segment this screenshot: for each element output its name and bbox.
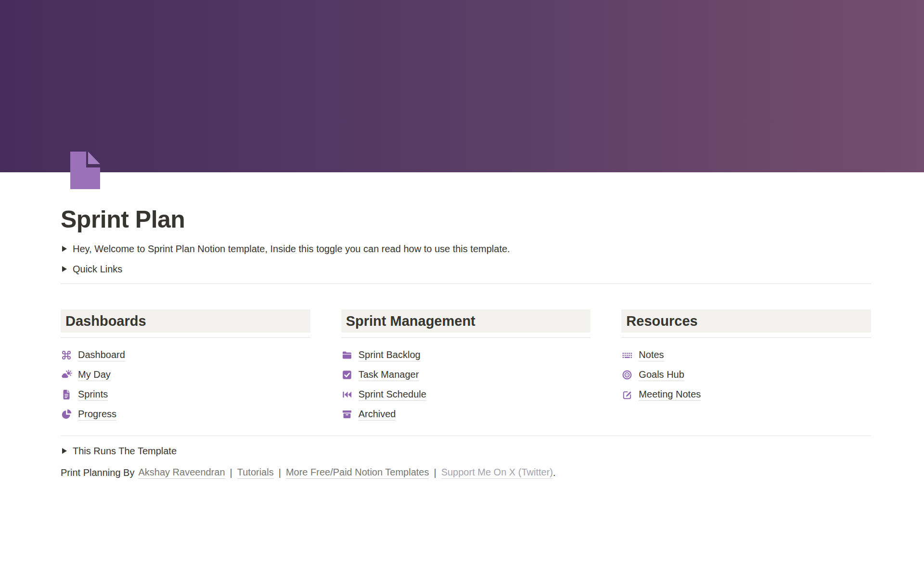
link-label[interactable]: Sprint Schedule xyxy=(359,388,426,401)
divider xyxy=(61,436,871,436)
column-heading: Dashboards xyxy=(61,309,310,333)
checkbox-icon xyxy=(341,369,353,381)
page-content: Sprint Plan Hey, Welcome to Sprint Plan … xyxy=(61,205,871,482)
column-heading-label: Resources xyxy=(626,313,697,329)
command-icon xyxy=(61,349,72,361)
link-sprints[interactable]: Sprints xyxy=(61,385,310,404)
link-archived[interactable]: Archived xyxy=(341,404,591,424)
link-label[interactable]: Meeting Notes xyxy=(639,388,701,401)
separator: | xyxy=(230,467,232,478)
link-label[interactable]: Notes xyxy=(639,349,664,361)
page-document-icon[interactable] xyxy=(70,152,100,189)
link-sprint-backlog[interactable]: Sprint Backlog xyxy=(341,345,591,365)
folder-icon xyxy=(341,349,353,361)
link-dashboard[interactable]: Dashboard xyxy=(61,345,310,365)
toggle-triangle-icon[interactable] xyxy=(62,448,67,454)
link-sprint-schedule[interactable]: Sprint Schedule xyxy=(341,385,591,404)
separator: | xyxy=(434,467,436,478)
column-heading: Sprint Management xyxy=(341,309,591,333)
link-label[interactable]: Dashboard xyxy=(78,349,125,361)
link-my-day[interactable]: My Day xyxy=(61,365,310,385)
link-label[interactable]: Progress xyxy=(78,408,116,421)
credit-prefix: Print Planning By xyxy=(61,467,134,478)
link-list: Sprint Backlog Task Manager xyxy=(341,345,591,424)
link-notes[interactable]: Notes xyxy=(621,345,871,365)
column-dashboards: Dashboards Dashboard xyxy=(61,309,310,424)
divider xyxy=(621,337,871,338)
toggle-runs-template-label: This Runs The Template xyxy=(73,446,177,457)
credit-link-author[interactable]: Akshay Raveendran xyxy=(138,467,225,479)
compose-icon xyxy=(621,389,633,400)
toggle-quick-links-label: Quick Links xyxy=(73,264,122,275)
link-meeting-notes[interactable]: Meeting Notes xyxy=(621,385,871,404)
toggle-welcome[interactable]: Hey, Welcome to Sprint Plan Notion templ… xyxy=(61,239,871,259)
column-heading-label: Dashboards xyxy=(65,313,146,329)
sun-cloud-icon xyxy=(61,369,72,381)
link-list: Dashboard xyxy=(61,345,310,424)
archive-icon xyxy=(341,409,353,420)
link-label[interactable]: My Day xyxy=(78,369,111,381)
link-progress[interactable]: Progress xyxy=(61,404,310,424)
toggle-quick-links[interactable]: Quick Links xyxy=(61,259,871,279)
link-label[interactable]: Sprint Backlog xyxy=(359,349,421,361)
separator: | xyxy=(279,467,281,478)
column-heading: Resources xyxy=(621,309,871,333)
link-task-manager[interactable]: Task Manager xyxy=(341,365,591,385)
credit-link-twitter[interactable]: Support Me On X (Twitter) xyxy=(441,467,553,479)
link-goals-hub[interactable]: Goals Hub xyxy=(621,365,871,385)
divider xyxy=(61,283,871,284)
toggle-triangle-icon[interactable] xyxy=(62,246,67,252)
page-icon-fold xyxy=(88,152,100,164)
credit-line: Print Planning By Akshay Raveendran | Tu… xyxy=(61,463,871,482)
toggle-triangle-icon[interactable] xyxy=(62,266,67,272)
document-icon xyxy=(61,389,72,400)
credit-link-tutorials[interactable]: Tutorials xyxy=(237,467,274,479)
toggle-welcome-label: Hey, Welcome to Sprint Plan Notion templ… xyxy=(73,244,510,255)
link-label[interactable]: Archived xyxy=(359,408,396,421)
credit-link-templates[interactable]: More Free/Paid Notion Templates xyxy=(286,467,429,479)
divider xyxy=(61,337,310,338)
column-resources: Resources Notes xyxy=(621,309,871,424)
link-label[interactable]: Task Manager xyxy=(359,369,419,381)
credit-suffix: . xyxy=(553,467,556,478)
column-sprint-management: Sprint Management Sprint Backlog xyxy=(341,309,591,424)
columns-section: Dashboards Dashboard xyxy=(61,309,871,424)
toggle-runs-template[interactable]: This Runs The Template xyxy=(61,441,871,461)
page-cover xyxy=(0,0,924,172)
rewind-icon xyxy=(341,389,353,400)
page-title: Sprint Plan xyxy=(61,205,871,234)
notion-page: Sprint Plan Hey, Welcome to Sprint Plan … xyxy=(0,0,924,577)
keyboard-icon xyxy=(621,349,633,361)
divider xyxy=(341,337,591,338)
page-icon-body xyxy=(70,152,100,189)
link-label[interactable]: Sprints xyxy=(78,388,108,401)
pie-chart-icon xyxy=(61,409,72,420)
column-heading-label: Sprint Management xyxy=(346,313,475,329)
link-list: Notes Goals Hub xyxy=(621,345,871,404)
link-label[interactable]: Goals Hub xyxy=(639,369,684,381)
target-icon xyxy=(621,369,633,381)
